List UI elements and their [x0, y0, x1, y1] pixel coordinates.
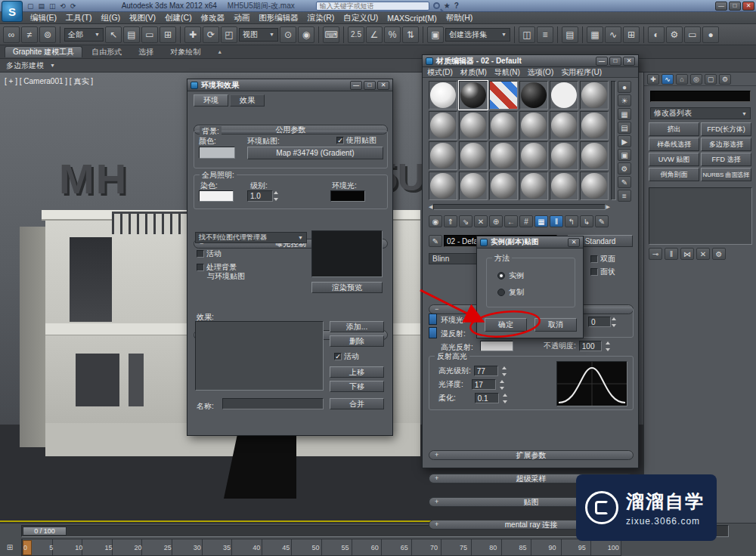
- level-value-field[interactable]: 1.0: [247, 190, 273, 202]
- specular-color-swatch[interactable]: [480, 341, 513, 351]
- window-minimize-button[interactable]: —: [715, 2, 727, 11]
- menu-material[interactable]: 材质(M): [460, 67, 487, 78]
- menu-modes[interactable]: 模式(D): [427, 67, 453, 78]
- reference-coordinate-dropdown[interactable]: 视图▼: [239, 28, 278, 42]
- ambient-color-swatch[interactable]: [330, 190, 365, 202]
- modifier-stack-list[interactable]: [649, 187, 752, 245]
- atmosphere-active-checkbox[interactable]: ✓: [334, 353, 342, 360]
- material-sample-slot[interactable]: [580, 111, 609, 140]
- pick-material-from-object-icon[interactable]: ✎: [429, 235, 442, 247]
- show-end-result-icon[interactable]: ‖: [550, 215, 563, 227]
- configure-modifier-sets-icon[interactable]: ⚙: [712, 248, 726, 260]
- window-crossing-icon[interactable]: ⊞: [160, 26, 176, 43]
- go-to-sibling-icon[interactable]: ↳: [580, 215, 593, 227]
- window-maximize-button[interactable]: □: [729, 2, 741, 11]
- highlight-level-field[interactable]: 77: [474, 366, 498, 376]
- modifier-button-spline-select[interactable]: 样条线选择: [649, 137, 699, 151]
- self-illum-value-field[interactable]: 0: [588, 317, 611, 327]
- unlink-selection-icon[interactable]: ≠: [21, 26, 38, 43]
- faceted-checkbox[interactable]: [590, 268, 598, 276]
- show-map-in-viewport-icon[interactable]: ▦: [534, 215, 548, 227]
- menu-options[interactable]: 选项(O): [528, 67, 553, 78]
- background-icon[interactable]: ▦: [618, 108, 631, 120]
- ambient-diffuse-lock-icon[interactable]: [429, 314, 437, 325]
- reset-map-icon[interactable]: ✕: [474, 215, 488, 227]
- select-by-name-icon[interactable]: ▤: [123, 26, 140, 43]
- add-effect-button[interactable]: 添加...: [330, 321, 384, 332]
- tab-motion[interactable]: ◎: [690, 74, 702, 85]
- dialog-close-button[interactable]: ✕: [377, 81, 389, 90]
- material-sample-slot[interactable]: [550, 141, 578, 170]
- spinner-snap-icon[interactable]: ⇅: [402, 26, 419, 43]
- modifier-button-ffd-box[interactable]: FFD(长方体): [701, 122, 751, 136]
- named-selection-sets-dropdown[interactable]: 创建选择集▼: [445, 28, 510, 42]
- copy-radio[interactable]: [497, 289, 505, 296]
- modifier-button-bevel-profile[interactable]: 倒角剖面: [649, 168, 699, 181]
- object-name-field[interactable]: [650, 91, 751, 102]
- select-and-move-icon[interactable]: ✚: [184, 26, 201, 43]
- environment-map-button[interactable]: Map #34749 (Gradient): [247, 147, 383, 159]
- menu-help[interactable]: 帮助(H): [442, 13, 478, 23]
- tint-color-swatch[interactable]: [199, 190, 234, 202]
- material-id-channel-icon[interactable]: #: [519, 215, 533, 227]
- tab-create[interactable]: ✚: [647, 74, 659, 85]
- menu-graph-editors[interactable]: 图形编辑器: [254, 13, 303, 23]
- modifier-button-ffd-select[interactable]: FFD 选择: [701, 153, 751, 166]
- make-unique-icon[interactable]: ⋈: [680, 248, 694, 260]
- material-sample-slot[interactable]: [429, 111, 457, 140]
- menu-utilities[interactable]: 实用程序(U): [561, 67, 602, 78]
- tab-modify[interactable]: ∿: [662, 74, 674, 85]
- material-sample-slot[interactable]: [580, 171, 609, 200]
- viewport-label[interactable]: [ + ] [ Camera001 ] [ 真实 ]: [5, 76, 93, 87]
- max-logo-button[interactable]: S: [2, 1, 23, 22]
- tab-display[interactable]: ▢: [705, 74, 717, 85]
- make-unique-icon[interactable]: ⊕: [489, 215, 503, 227]
- put-to-scene-icon[interactable]: ⇑: [444, 215, 457, 227]
- tab-effects[interactable]: 效果: [230, 94, 265, 107]
- go-to-parent-icon[interactable]: ↰: [565, 215, 578, 227]
- dialog-maximize-button[interactable]: □: [364, 81, 376, 90]
- polygon-modeling-panel[interactable]: 多边形建模: [6, 60, 44, 71]
- modifier-list-dropdown[interactable]: 修改器列表 ▼: [650, 107, 751, 119]
- level-spinner[interactable]: [274, 191, 280, 201]
- bind-to-space-warp-icon[interactable]: ⊚: [39, 26, 56, 43]
- material-sample-slot[interactable]: [429, 81, 457, 110]
- material-editor-icon[interactable]: ◐: [648, 26, 665, 43]
- put-to-library-icon[interactable]: ←: [504, 215, 518, 227]
- material-sample-slot[interactable]: [489, 111, 518, 140]
- slot-scrollbar-vertical[interactable]: [611, 81, 616, 200]
- modifier-button-uvw-map[interactable]: UVW 贴图: [649, 153, 699, 166]
- material-sample-slot[interactable]: [580, 81, 609, 110]
- corner-grid-icon[interactable]: ⊞: [3, 540, 17, 554]
- exposure-control-dropdown[interactable]: 找不到位图代理管理器▼: [195, 232, 307, 243]
- material-sample-slot[interactable]: [550, 111, 578, 140]
- qa-undo-icon[interactable]: ⟲: [60, 2, 67, 10]
- instance-radio[interactable]: [497, 272, 505, 280]
- move-down-button[interactable]: 下移: [330, 381, 384, 392]
- material-sample-slot[interactable]: [519, 81, 548, 110]
- dialog-close-button[interactable]: ✕: [623, 57, 635, 66]
- menu-group[interactable]: 组(G): [96, 13, 125, 23]
- select-by-material-icon[interactable]: ✎: [618, 176, 631, 188]
- material-map-navigator-icon[interactable]: ≡: [618, 190, 631, 202]
- lock-icon[interactable]: [429, 327, 437, 338]
- self-illum-spinner[interactable]: [612, 317, 618, 327]
- tab-object-paint[interactable]: 对象绘制: [163, 46, 208, 57]
- opacity-spinner[interactable]: [606, 341, 612, 351]
- delete-effect-button[interactable]: 删除: [330, 335, 384, 347]
- move-up-button[interactable]: 上移: [330, 366, 384, 378]
- render-preview-button[interactable]: 渲染预览: [311, 282, 383, 293]
- soften-spinner[interactable]: [503, 394, 510, 403]
- material-sample-slot[interactable]: [519, 171, 548, 200]
- glossiness-spinner[interactable]: [500, 380, 507, 390]
- select-and-manipulate-icon[interactable]: ◉: [298, 26, 314, 43]
- snaps-toggle-button[interactable]: 2.5: [348, 26, 364, 43]
- qa-new-icon[interactable]: ▢: [27, 2, 34, 10]
- ok-button[interactable]: 确定: [485, 318, 527, 332]
- menu-create[interactable]: 创建(C): [160, 13, 197, 23]
- material-sample-slot[interactable]: [489, 141, 518, 170]
- menu-navigation[interactable]: 导航(N): [494, 67, 520, 78]
- render-setup-icon[interactable]: ⚙: [666, 26, 683, 43]
- search-icon[interactable]: [433, 2, 440, 9]
- make-preview-icon[interactable]: ▣: [618, 149, 631, 161]
